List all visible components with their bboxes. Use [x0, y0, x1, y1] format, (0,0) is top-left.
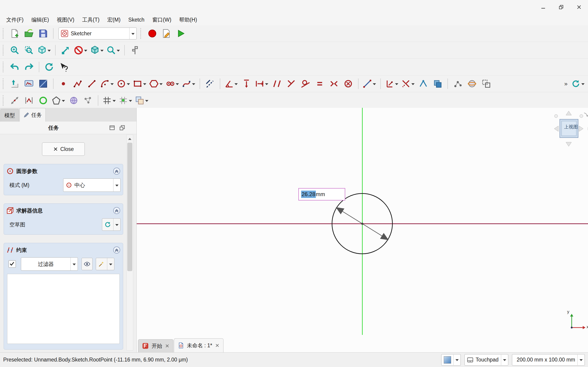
rendering-order-dropdown[interactable]	[134, 93, 150, 108]
chevron-down-icon[interactable]	[48, 50, 51, 53]
constraint-settings-button[interactable]	[96, 258, 107, 270]
axonometric-view-dropdown[interactable]	[36, 43, 52, 57]
stop-operation-dropdown[interactable]	[570, 77, 586, 91]
circle-parameters-header[interactable]: 圆形参数	[6, 166, 121, 176]
solver-update-arrow[interactable]	[113, 219, 120, 231]
chevron-down-icon[interactable]	[159, 83, 163, 87]
macro-execute-button[interactable]	[174, 26, 188, 41]
collapse-section-button[interactable]	[113, 246, 121, 254]
create-bspline-dropdown[interactable]	[181, 77, 197, 91]
draw-style-arrow[interactable]	[453, 355, 460, 365]
panel-scrollbar[interactable]	[126, 135, 133, 350]
view-section-button[interactable]	[36, 77, 50, 91]
minimize-button[interactable]	[534, 0, 552, 14]
solver-update-button[interactable]	[102, 219, 113, 231]
toolbar-handle[interactable]	[3, 28, 5, 39]
merge-sketches-button[interactable]	[479, 77, 493, 91]
close-tab-icon[interactable]	[165, 344, 170, 348]
create-circle-dropdown[interactable]	[115, 77, 132, 91]
toolbar-handle[interactable]	[3, 62, 5, 72]
collapse-section-button[interactable]	[113, 207, 121, 215]
create-polyline-button[interactable]	[70, 77, 85, 91]
mode-dropdown[interactable]: 中心	[63, 178, 121, 192]
workbench-selector[interactable]: Sketcher	[59, 27, 137, 40]
validate-sketch-button[interactable]	[465, 77, 479, 91]
menu-sketch[interactable]: Sketch	[124, 14, 148, 25]
constraint-filter-dropdown[interactable]: 过滤器	[21, 257, 78, 271]
restore-button[interactable]	[552, 0, 570, 14]
filter-dropdown-arrow[interactable]	[70, 258, 78, 270]
chevron-down-icon[interactable]	[129, 100, 132, 103]
constrain-block-button[interactable]	[341, 77, 355, 91]
show-constraints-button[interactable]	[82, 258, 93, 270]
toolbar-handle[interactable]	[3, 78, 5, 89]
grid-size-dropdown[interactable]: 200.00 mm x 100.00 mm	[512, 354, 585, 366]
collapse-section-button[interactable]	[113, 167, 121, 175]
new-document-button[interactable]	[8, 26, 22, 41]
navigation-cube[interactable]: 上视图	[547, 110, 588, 151]
grid-settings-dropdown[interactable]	[101, 93, 117, 108]
mode-dropdown-arrow[interactable]	[113, 179, 120, 192]
toggle-driving-dropdown[interactable]	[361, 77, 378, 91]
constraints-list[interactable]	[7, 274, 120, 344]
tab-document-unnamed[interactable]: 未命名 : 1*	[174, 338, 224, 352]
constrain-parallel-button[interactable]	[270, 77, 284, 91]
constrain-equal-button[interactable]	[313, 77, 327, 91]
align-view-button[interactable]	[58, 43, 73, 57]
chevron-down-icon[interactable]	[192, 83, 195, 87]
create-point-button[interactable]	[56, 77, 70, 91]
chevron-down-icon[interactable]	[265, 83, 268, 87]
macro-record-button[interactable]	[145, 26, 159, 41]
clone-tools-dropdown[interactable]	[50, 93, 67, 108]
chevron-down-icon[interactable]	[62, 100, 65, 103]
chevron-down-icon[interactable]	[234, 83, 238, 87]
constrain-distance-x-dropdown[interactable]	[254, 77, 270, 91]
create-polygon-dropdown[interactable]	[148, 77, 164, 91]
solver-update-splitbutton[interactable]	[102, 218, 121, 231]
chevron-down-icon[interactable]	[373, 83, 376, 87]
leave-sketch-button[interactable]	[8, 77, 22, 91]
close-task-button[interactable]: Close	[42, 142, 85, 156]
menu-file[interactable]: 文件(F)	[2, 14, 27, 25]
chevron-down-icon[interactable]	[145, 100, 148, 103]
tab-tasks[interactable]: 任务	[19, 108, 46, 122]
scrollbar-thumb[interactable]	[127, 143, 132, 271]
chevron-down-icon[interactable]	[84, 50, 87, 53]
snap-settings-dropdown[interactable]	[117, 93, 134, 108]
trim-tools-dropdown[interactable]	[400, 77, 416, 91]
periodic-bspline-button[interactable]	[36, 93, 50, 108]
toolbar-handle[interactable]	[3, 45, 5, 56]
filter-checkbox[interactable]	[9, 260, 16, 268]
menu-edit[interactable]: 编辑(E)	[27, 14, 53, 25]
save-document-button[interactable]	[36, 26, 50, 41]
constrain-distance-y-button[interactable]	[239, 77, 254, 91]
chevron-down-icon[interactable]	[411, 83, 415, 87]
switch-virtual-space-button[interactable]	[8, 93, 22, 108]
draw-style-dropdown[interactable]	[441, 354, 461, 366]
chevron-down-icon[interactable]	[112, 100, 116, 103]
macro-edit-button[interactable]	[159, 26, 174, 41]
constrain-perpendicular-button[interactable]	[284, 77, 298, 91]
navigation-style-dropdown[interactable]: Touchpad	[464, 354, 508, 366]
workbench-selector-arrow[interactable]	[129, 28, 137, 39]
circle-center-point[interactable]	[361, 223, 363, 225]
chevron-down-icon[interactable]	[111, 83, 114, 87]
toolbar-handle[interactable]	[3, 95, 5, 106]
constrain-tangent-button[interactable]	[298, 77, 313, 91]
menu-view[interactable]: 视图(V)	[53, 14, 78, 25]
scroll-up-button[interactable]	[127, 135, 133, 141]
float-panel-button[interactable]	[117, 123, 127, 132]
chevron-down-icon[interactable]	[581, 83, 585, 87]
tab-start-page[interactable]: 开始	[138, 339, 173, 352]
create-slot-dropdown[interactable]	[164, 77, 181, 91]
bspline-comb-button[interactable]	[67, 93, 81, 108]
navigation-style-arrow[interactable]	[501, 355, 508, 365]
grid-size-arrow[interactable]	[578, 355, 585, 365]
select-elements-button[interactable]	[451, 77, 465, 91]
chevron-down-icon[interactable]	[395, 83, 398, 87]
mirror-elements-button[interactable]	[22, 93, 36, 108]
close-window-button[interactable]	[570, 0, 588, 14]
zoom-tools-dropdown[interactable]	[105, 43, 121, 57]
close-tab-icon[interactable]	[215, 343, 220, 348]
refresh-button[interactable]	[42, 60, 56, 74]
